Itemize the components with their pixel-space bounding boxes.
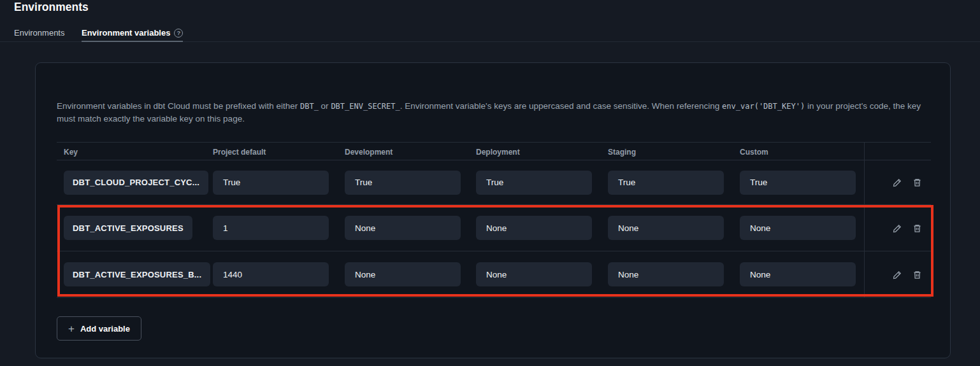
description-text: Environment variables in dbt Cloud must …: [57, 100, 931, 125]
project-default-value-cell: 1440: [213, 262, 329, 286]
tab-environments[interactable]: Environments: [14, 24, 64, 41]
table-row: DBT_ACTIVE_EXPOSURES 1 None None None No…: [57, 205, 931, 251]
code-dbt-prefix: DBT_: [300, 102, 319, 111]
edit-pencil-icon[interactable]: [891, 268, 904, 281]
deployment-value-cell: None: [476, 262, 592, 286]
active-tab-underline: [82, 41, 183, 42]
table-header-row: Key Project default Development Deployme…: [57, 142, 931, 160]
variable-key-cell: DBT_ACTIVE_EXPOSURES_B...: [64, 262, 210, 286]
custom-value-cell: True: [740, 171, 856, 195]
column-header-development: Development: [345, 143, 393, 161]
table-row: DBT_CLOUD_PROJECT_CYC... True True True …: [57, 160, 931, 205]
edit-pencil-icon[interactable]: [891, 176, 904, 189]
project-default-value-cell: True: [213, 171, 329, 195]
code-dbt-env-secret-prefix: DBT_ENV_SECRET_: [331, 102, 400, 111]
custom-value-cell: None: [740, 216, 856, 240]
variable-key-cell: DBT_ACTIVE_EXPOSURES: [64, 216, 192, 240]
tab-environments-label: Environments: [14, 28, 64, 38]
custom-value-cell: None: [740, 262, 856, 286]
help-icon[interactable]: ?: [174, 29, 183, 38]
variables-table: Key Project default Development Deployme…: [57, 142, 931, 298]
actions-column-divider: [864, 142, 865, 162]
development-value-cell: None: [345, 216, 461, 240]
edit-pencil-icon[interactable]: [891, 222, 904, 234]
variable-key-cell: DBT_CLOUD_PROJECT_CYC...: [64, 171, 208, 195]
deployment-value-cell: True: [476, 171, 592, 195]
add-variable-label: Add variable: [80, 324, 130, 334]
plus-icon: +: [68, 323, 75, 334]
actions-column-divider: [864, 160, 865, 204]
column-header-custom: Custom: [740, 143, 768, 161]
column-header-key: Key: [64, 143, 78, 161]
column-header-deployment: Deployment: [476, 143, 520, 161]
code-env-var-example: env_var('DBT_KEY'): [722, 102, 805, 111]
deployment-value-cell: None: [476, 216, 592, 240]
development-value-cell: None: [345, 262, 461, 286]
development-value-cell: True: [345, 171, 461, 195]
staging-value-cell: None: [608, 216, 724, 240]
delete-trash-icon[interactable]: [911, 268, 923, 281]
environment-variables-card: Environment variables in dbt Cloud must …: [35, 62, 951, 358]
add-variable-button[interactable]: + Add variable: [57, 316, 141, 341]
tab-environment-variables-label: Environment variables: [82, 28, 170, 38]
actions-column-divider: [864, 251, 865, 297]
page-title: Environments: [14, 1, 89, 14]
actions-column-divider: [864, 205, 865, 251]
delete-trash-icon[interactable]: [911, 176, 923, 189]
staging-value-cell: True: [608, 171, 724, 195]
tab-environment-variables[interactable]: Environment variables ?: [82, 24, 183, 41]
tab-bar: Environments Environment variables ?: [0, 24, 980, 42]
table-row: DBT_ACTIVE_EXPOSURES_B... 1440 None None…: [57, 251, 931, 298]
column-header-staging: Staging: [608, 143, 636, 161]
delete-trash-icon[interactable]: [911, 222, 923, 234]
staging-value-cell: None: [608, 262, 724, 286]
column-header-project-default: Project default: [213, 143, 266, 161]
project-default-value-cell: 1: [213, 216, 329, 240]
